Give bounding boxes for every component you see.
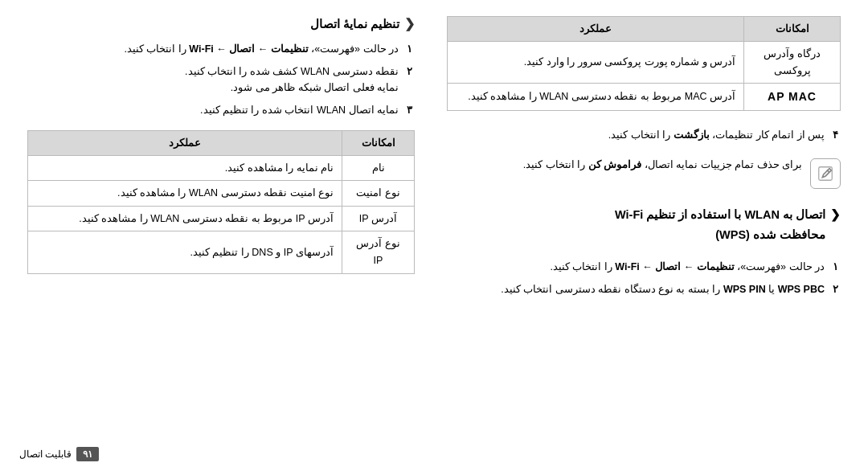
right-table-header-عملکرد: عملکرد [28,130,342,155]
table-cell-label: درگاه وآدرسپروکسی [744,42,841,84]
table-row: AP MAC آدرس MAC مربوط به نقطه دسترسی WLA… [448,84,841,111]
wps-step-2-text: WPS PBC یا WPS PIN را بسته به نوع دستگاه… [501,281,825,298]
page-number: ۹۱ [76,447,99,461]
table-cell-label-apmac: AP MAC [744,84,841,111]
right-section-heading: ❮ تنظیم نمایهٔ اتصال [27,16,415,31]
right-table: امکانات عملکرد نام نام نمایه را مشاهده ک… [27,130,415,274]
wps-step-1: ۱ در حالت «فهرست»، تنظیمات ← اتصال ← Wi-… [447,259,841,276]
top-table-header-امکانات: امکانات [744,17,841,42]
wps-step-2-number: ۲ [829,281,841,298]
page-footer: ۹۱ قابلیت اتصال [19,447,99,461]
step-4-bold: بازگشت [674,129,710,141]
table-cell-label-ip: آدرس IP [342,206,415,231]
right-step-3-number: ۳ [403,102,415,119]
table-cell-label-security: نوع امنیت [342,181,415,207]
table-cell-desc-iptype: آدرسهای IP و DNS را تنظیم کنید. [28,231,342,273]
wps-heading: ❮ اتصال به WLAN با استفاده از تنظیم Wi-F… [447,205,841,244]
icon-box-text: برای حذف تمام جزییات نمایه اتصال، فراموش… [523,157,802,174]
right-step-3: ۳ نمایه اتصال WLAN انتخاب شده را تنظیم ک… [27,102,415,119]
right-step-1: ۱ در حالت «فهرست»، تنظیمات ← اتصال ← Wi-… [27,41,415,58]
wps-step-2: ۲ WPS PBC یا WPS PIN را بسته به نوع دستگ… [447,281,841,298]
table-row: درگاه وآدرسپروکسی آدرس و شماره پورت پروک… [448,42,841,84]
icon-box: برای حذف تمام جزییات نمایه اتصال، فراموش… [447,157,841,189]
wps-arrow-icon: ❮ [830,205,841,225]
right-step-2-number: ۲ [403,63,415,80]
table-cell-desc-ip: آدرس IP مربوط به نقطه دسترسی WLAN را مشا… [28,206,342,231]
table-row: نوع آدرس IP آدرسهای IP و DNS را تنظیم کن… [28,231,415,273]
table-cell-desc: آدرس و شماره پورت پروکسی سرور را وارد کن… [448,42,744,84]
page-container: امکانات عملکرد درگاه وآدرسپروکسی آدرس و … [0,0,868,471]
wps-step-1-number: ۱ [829,259,841,276]
right-step-3-text: نمایه اتصال WLAN انتخاب شده را تنظیم کنی… [200,102,399,119]
table-cell-desc-apmac: آدرس MAC مربوط به نقطه دسترسی WLAN را مش… [448,84,744,111]
table-row: نام نام نمایه را مشاهده کنید. [28,155,415,181]
right-step-1-number: ۱ [403,41,415,58]
table-cell-desc-name: نام نمایه را مشاهده کنید. [28,155,342,181]
right-panel: ❮ تنظیم نمایهٔ اتصال ۱ در حالت «فهرست»، … [19,16,431,458]
right-step-2: ۲ نقطه دسترسی WLAN کشف شده را انتخاب کنی… [27,63,415,96]
left-panel: امکانات عملکرد درگاه وآدرسپروکسی آدرس و … [431,16,849,458]
top-table: امکانات عملکرد درگاه وآدرسپروکسی آدرس و … [447,16,841,111]
wps-heading-text: اتصال به WLAN با استفاده از تنظیم Wi-Fiم… [615,205,825,244]
step-4-number: ۴ [829,127,841,144]
step-4: ۴ پس از اتمام کار تنظیمات، بازگشت را انت… [447,127,841,144]
right-steps: ۱ در حالت «فهرست»، تنظیمات ← اتصال ← Wi-… [27,41,415,119]
top-table-header-عملکرد: عملکرد [448,17,744,42]
page-label: قابلیت اتصال [19,448,72,460]
right-table-header-امکانات: امکانات [342,130,415,155]
right-step-1-text: در حالت «فهرست»، تنظیمات ← اتصال ← Wi-Fi… [124,41,399,58]
table-cell-label-iptype: نوع آدرس IP [342,231,415,273]
table-row: آدرس IP آدرس IP مربوط به نقطه دسترسی WLA… [28,206,415,231]
right-heading-text: تنظیم نمایهٔ اتصال [310,18,399,31]
table-cell-label-name: نام [342,155,415,181]
step-4-text: پس از اتمام کار تنظیمات، بازگشت را انتخا… [608,127,825,144]
table-row: نوع امنیت نوع امنیت نقطه دسترسی WLAN را … [28,181,415,207]
edit-icon [817,165,834,182]
table-cell-desc-security: نوع امنیت نقطه دسترسی WLAN را مشاهده کنی… [28,181,342,207]
right-arrow-icon: ❮ [404,16,415,31]
right-step-2-text: نقطه دسترسی WLAN کشف شده را انتخاب کنید.… [185,63,399,96]
icon-box-bold: فراموش کن [588,159,641,170]
info-icon-box [810,158,841,189]
wps-step-1-text: در حالت «فهرست»، تنظیمات ← اتصال ← Wi-Fi… [550,259,825,276]
wps-steps: ۱ در حالت «فهرست»، تنظیمات ← اتصال ← Wi-… [447,259,841,297]
